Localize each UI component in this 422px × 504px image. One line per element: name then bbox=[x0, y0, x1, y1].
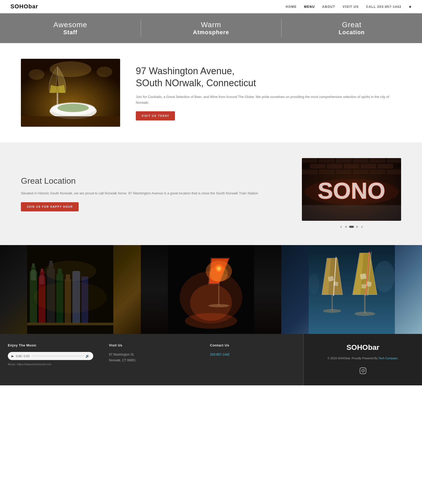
svg-rect-16 bbox=[387, 158, 401, 163]
svg-point-79 bbox=[374, 261, 395, 292]
svg-point-65 bbox=[185, 313, 237, 329]
bar-image bbox=[21, 59, 120, 127]
hero-atm-line2: Atmosphere bbox=[193, 29, 229, 36]
hero-staff-line2: Staff bbox=[63, 29, 77, 36]
svg-point-31 bbox=[304, 179, 398, 205]
svg-point-8 bbox=[57, 104, 89, 112]
photo-bottles bbox=[0, 245, 141, 334]
svg-rect-21 bbox=[378, 164, 393, 169]
svg-rect-28 bbox=[302, 205, 401, 221]
svg-rect-74 bbox=[361, 284, 366, 288]
hero-banner: Awesome Staff Warm Atmosphere Great Loca… bbox=[0, 13, 422, 43]
nav-about[interactable]: ABOUT bbox=[322, 4, 335, 9]
footer-brand-name: SOHObar bbox=[347, 343, 379, 352]
svg-rect-23 bbox=[319, 170, 335, 174]
footer-address: 97 Washington St. Norwalk, CT 06851 bbox=[109, 352, 194, 363]
hero-loc-line1: Great bbox=[342, 21, 361, 29]
music-credit: Music: https://www.bensound.com bbox=[8, 363, 93, 366]
footer-instagram-icon[interactable] bbox=[359, 367, 367, 376]
audio-player[interactable]: ▶ 0:00 / 2:53 🔊 bbox=[8, 352, 93, 360]
svg-rect-22 bbox=[302, 170, 318, 174]
dot-1[interactable] bbox=[345, 226, 347, 228]
nav-links: HOME MENU ABOUT VISIT US CALL 203-857-14… bbox=[286, 4, 412, 9]
footer-music: Enjoy The Music ▶ 0:00 / 2:53 🔊 Music: h… bbox=[0, 334, 101, 385]
next-slide-arrow[interactable]: › bbox=[360, 224, 364, 229]
svg-point-50 bbox=[34, 282, 107, 313]
svg-point-82 bbox=[362, 369, 364, 372]
svg-rect-12 bbox=[319, 158, 335, 163]
address-section: 97 Washington Avenue, SOuth NOrwalk, Con… bbox=[0, 43, 422, 142]
footer-contact-heading: Contact Us bbox=[210, 343, 295, 347]
sono-image: SONO SONO bbox=[302, 158, 401, 221]
happy-hour-button[interactable]: JOIN US FOR HAPPY HOUR bbox=[21, 202, 79, 211]
hero-item-location: Great Location bbox=[281, 13, 422, 43]
hero-item-staff: Awesome Staff bbox=[0, 13, 141, 43]
svg-point-71 bbox=[323, 309, 341, 313]
svg-rect-11 bbox=[302, 158, 318, 163]
photo-martini bbox=[141, 245, 282, 334]
audio-time: 0:00 / 2:53 bbox=[16, 355, 30, 358]
volume-icon[interactable]: 🔊 bbox=[85, 354, 90, 358]
svg-rect-14 bbox=[353, 158, 368, 163]
svg-rect-19 bbox=[344, 164, 359, 169]
address-description: Join for Cocktails, a Great Selection of… bbox=[136, 94, 401, 106]
svg-rect-27 bbox=[387, 170, 401, 174]
instagram-icon[interactable]: ● bbox=[409, 4, 412, 9]
svg-point-3 bbox=[97, 67, 112, 77]
tech-compass-link[interactable]: Tech Compass bbox=[378, 357, 397, 360]
svg-point-64 bbox=[208, 304, 229, 307]
svg-rect-13 bbox=[336, 158, 351, 163]
navbar: SOHObar HOME MENU ABOUT VISIT US CALL 20… bbox=[0, 0, 422, 13]
nav-home[interactable]: HOME bbox=[286, 4, 297, 9]
photo-strip bbox=[0, 245, 422, 334]
svg-point-2 bbox=[29, 69, 44, 80]
nav-instagram[interactable]: ● bbox=[409, 4, 412, 9]
nav-menu[interactable]: MENU bbox=[304, 4, 315, 9]
slideshow-dots: ‹ › bbox=[302, 224, 401, 229]
dot-3[interactable] bbox=[356, 226, 358, 228]
footer-music-heading: Enjoy The Music bbox=[8, 343, 93, 347]
svg-rect-36 bbox=[31, 270, 36, 280]
hero-staff-line1: Awesome bbox=[54, 21, 87, 29]
svg-point-78 bbox=[354, 312, 375, 316]
svg-rect-26 bbox=[370, 170, 385, 174]
footer: Enjoy The Music ▶ 0:00 / 2:53 🔊 Music: h… bbox=[0, 334, 422, 385]
footer-visit-heading: Visit Us bbox=[109, 343, 194, 347]
svg-rect-24 bbox=[336, 170, 351, 174]
svg-rect-20 bbox=[361, 164, 376, 169]
footer-phone[interactable]: 203-857-1442 bbox=[210, 353, 230, 356]
nav-call[interactable]: CALL 203-857-1442 bbox=[366, 4, 401, 9]
address-content: 97 Washington Avenue, SOuth NOrwalk, Con… bbox=[136, 65, 401, 121]
dot-2[interactable] bbox=[349, 226, 354, 228]
svg-point-80 bbox=[309, 274, 319, 295]
footer-contact: Contact Us 203-857-1442 bbox=[202, 334, 303, 385]
play-button[interactable]: ▶ bbox=[11, 354, 14, 358]
hero-loc-line2: Location bbox=[339, 29, 365, 36]
svg-rect-81 bbox=[360, 368, 366, 374]
location-description: Situated in Historic South Norwalk, we a… bbox=[21, 190, 286, 196]
prev-slide-arrow[interactable]: ‹ bbox=[339, 224, 343, 229]
svg-rect-51 bbox=[27, 323, 113, 325]
svg-rect-40 bbox=[39, 275, 44, 284]
sono-image-container: SONO SONO ‹ › bbox=[302, 158, 401, 229]
footer-copyright: © 2019 SOHObar. Proudly Powered By Tech … bbox=[327, 356, 398, 361]
visit-us-button[interactable]: VISIT US TODAY bbox=[136, 111, 175, 120]
site-logo[interactable]: SOHObar bbox=[10, 3, 38, 10]
svg-rect-18 bbox=[327, 164, 342, 169]
svg-point-62 bbox=[217, 267, 220, 270]
address-heading: 97 Washington Avenue, SOuth NOrwalk, Con… bbox=[136, 65, 401, 90]
svg-rect-9 bbox=[21, 116, 120, 127]
audio-progress-bar[interactable] bbox=[32, 356, 83, 356]
footer-visit: Visit Us 97 Washington St. Norwalk, CT 0… bbox=[101, 334, 202, 385]
location-content: Great Location Situated in Historic Sout… bbox=[21, 176, 286, 211]
svg-rect-25 bbox=[353, 170, 368, 174]
svg-rect-39 bbox=[41, 269, 43, 272]
photo-cocktails bbox=[281, 245, 422, 334]
nav-visit[interactable]: VISIT US bbox=[343, 4, 359, 9]
svg-point-83 bbox=[364, 369, 365, 369]
location-section: Great Location Situated in Historic Sout… bbox=[0, 142, 422, 245]
location-heading: Great Location bbox=[21, 176, 286, 186]
svg-rect-17 bbox=[310, 164, 325, 169]
hero-item-atmosphere: Warm Atmosphere bbox=[141, 13, 282, 43]
hero-atm-line1: Warm bbox=[201, 21, 221, 29]
